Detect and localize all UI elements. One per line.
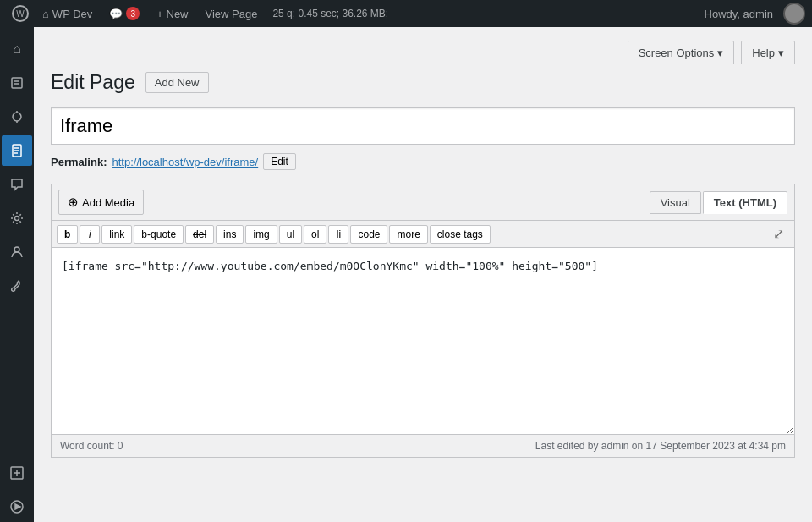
page-title-row: Edit Page Add New xyxy=(51,71,795,94)
expand-button[interactable]: ⤢ xyxy=(768,224,789,244)
permalink-link[interactable]: http://localhost/wp-dev/iframe/ xyxy=(112,156,258,168)
close-tags-button[interactable]: close tags xyxy=(430,225,491,244)
content-editor[interactable] xyxy=(52,248,794,434)
svg-rect-2 xyxy=(12,78,22,88)
bold-button[interactable]: b xyxy=(57,225,78,244)
code-button[interactable]: code xyxy=(350,225,387,244)
svg-text:W: W xyxy=(16,9,25,19)
del-button[interactable]: del xyxy=(185,225,214,244)
sidebar-item-users[interactable] xyxy=(2,237,32,267)
ol-button[interactable]: ol xyxy=(304,225,326,244)
permalink-row: Permalink: http://localhost/wp-dev/ifram… xyxy=(51,153,795,170)
new-label: + New xyxy=(156,8,188,20)
sidebar-item-plugins[interactable] xyxy=(2,102,32,132)
adminbar-right: Howdy, admin xyxy=(698,3,805,25)
editor-toolbar-top: ⊕ Add Media Visual Text (HTML) xyxy=(52,184,794,221)
wp-logo[interactable]: W xyxy=(7,0,34,27)
add-media-label: Add Media xyxy=(82,196,134,209)
svg-point-12 xyxy=(15,217,19,221)
adminbar-view-page[interactable]: View Page xyxy=(197,0,266,27)
add-media-icon: ⊕ xyxy=(68,195,79,210)
last-edited: Last edited by admin on 17 September 202… xyxy=(535,440,786,452)
home-icon: ⌂ xyxy=(42,8,49,20)
sidebar-item-tools[interactable] xyxy=(2,271,32,301)
ins-button[interactable]: ins xyxy=(216,225,244,244)
adminbar-comments[interactable]: 💬 3 xyxy=(101,0,148,27)
word-count-bar: Word count: 0 Last edited by admin on 17… xyxy=(52,434,794,457)
svg-point-5 xyxy=(13,113,21,121)
sidebar-item-dashboard[interactable]: ⌂ xyxy=(2,34,32,64)
comments-count: 3 xyxy=(126,7,140,20)
site-name: WP Dev xyxy=(52,8,92,20)
format-toolbar: b i link b-quote del ins img ul ol li co… xyxy=(52,221,794,248)
adminbar-stats: 25 q; 0.45 sec; 36.26 MB; xyxy=(266,8,395,19)
post-title-wrap xyxy=(51,107,795,145)
link-button[interactable]: link xyxy=(102,225,132,244)
screen-options-chevron-icon: ▾ xyxy=(717,47,723,59)
permalink-label: Permalink: xyxy=(51,156,107,168)
admin-sidebar: ⌂ xyxy=(0,27,34,522)
permalink-edit-button[interactable]: Edit xyxy=(263,153,296,170)
sidebar-item-settings[interactable] xyxy=(2,203,32,234)
admin-bar: W ⌂ WP Dev 💬 3 + New View Page 25 q; 0.4… xyxy=(0,0,812,27)
comments-icon: 💬 xyxy=(109,8,123,20)
img-button[interactable]: img xyxy=(245,225,277,244)
view-page-label: View Page xyxy=(206,8,258,20)
adminbar-howdy[interactable]: Howdy, admin xyxy=(698,8,780,20)
tab-visual[interactable]: Visual xyxy=(650,191,701,214)
sidebar-item-add[interactable] xyxy=(2,458,32,488)
editor-container: ⊕ Add Media Visual Text (HTML) b i link … xyxy=(51,184,795,458)
expand-icon: ⤢ xyxy=(773,227,784,241)
bquote-button[interactable]: b-quote xyxy=(134,225,184,244)
adminbar-items: ⌂ WP Dev 💬 3 + New View Page 25 q; 0.45 … xyxy=(34,0,698,27)
avatar xyxy=(783,3,805,25)
sidebar-item-play[interactable] xyxy=(2,492,32,522)
main-content: Screen Options ▾ Help ▾ Edit Page Add Ne… xyxy=(34,0,812,522)
sidebar-item-pages[interactable] xyxy=(2,135,32,166)
italic-button[interactable]: i xyxy=(80,225,100,244)
screen-options-button[interactable]: Screen Options ▾ xyxy=(628,41,735,64)
help-button[interactable]: Help ▾ xyxy=(741,41,795,64)
help-label: Help xyxy=(752,47,775,59)
sidebar-item-posts[interactable] xyxy=(2,68,32,98)
adminbar-new[interactable]: + New xyxy=(148,0,196,27)
tab-text-html[interactable]: Text (HTML) xyxy=(703,191,787,214)
word-count: Word count: 0 xyxy=(60,440,123,452)
svg-marker-18 xyxy=(15,504,20,509)
screen-options-label: Screen Options xyxy=(639,47,715,59)
add-media-button[interactable]: ⊕ Add Media xyxy=(58,190,144,215)
screen-meta-toggle: Screen Options ▾ Help ▾ xyxy=(51,41,795,64)
page-title: Edit Page xyxy=(51,71,135,94)
add-new-button[interactable]: Add New xyxy=(145,72,209,93)
editor-tabs: Visual Text (HTML) xyxy=(650,191,787,214)
li-button[interactable]: li xyxy=(328,225,348,244)
ul-button[interactable]: ul xyxy=(279,225,302,244)
help-chevron-icon: ▾ xyxy=(778,47,784,59)
post-title-input[interactable] xyxy=(51,107,795,145)
svg-point-13 xyxy=(14,247,19,252)
more-button[interactable]: more xyxy=(389,225,427,244)
adminbar-site[interactable]: ⌂ WP Dev xyxy=(34,0,101,27)
sidebar-item-comments[interactable] xyxy=(2,169,32,200)
body-content: Screen Options ▾ Help ▾ Edit Page Add Ne… xyxy=(34,27,812,471)
